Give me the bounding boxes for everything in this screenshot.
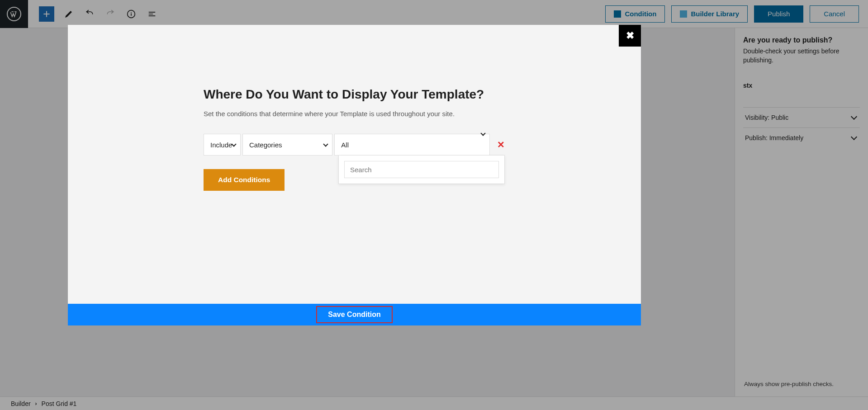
include-select[interactable]: Include	[204, 134, 241, 156]
category-select[interactable]: Categories	[242, 134, 332, 156]
include-value: Include	[210, 141, 232, 149]
modal-close-button[interactable]: ✖	[619, 25, 641, 47]
modal-content: Where Do You Want to Display Your Templa…	[68, 25, 641, 191]
add-conditions-button[interactable]: Add Conditions	[204, 169, 285, 191]
target-value: All	[341, 141, 349, 149]
chevron-down-icon	[323, 141, 328, 146]
x-icon: ✕	[497, 139, 505, 150]
target-dropdown	[338, 155, 505, 184]
save-condition-button[interactable]: Save Condition	[316, 306, 392, 323]
modal-subtitle: Set the conditions that determine where …	[204, 110, 505, 118]
modal-title: Where Do You Want to Display Your Templa…	[204, 87, 505, 102]
condition-row: Include Categories All ✕	[204, 134, 505, 156]
remove-condition-button[interactable]: ✕	[497, 140, 505, 149]
condition-modal: ✖ Where Do You Want to Display Your Temp…	[68, 25, 641, 325]
chevron-down-icon	[480, 131, 485, 136]
close-icon: ✖	[626, 30, 634, 42]
category-value: Categories	[249, 141, 282, 149]
target-select[interactable]: All	[334, 134, 489, 156]
dropdown-search-input[interactable]	[344, 161, 499, 178]
modal-save-bar: Save Condition	[68, 304, 641, 325]
